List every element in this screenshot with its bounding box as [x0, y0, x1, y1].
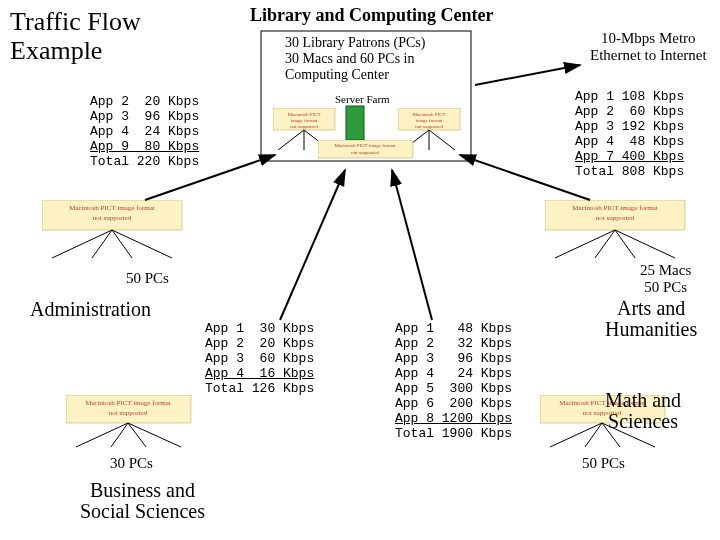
- svg-line-50: [392, 170, 432, 320]
- svg-line-48: [460, 155, 590, 200]
- arrows: [0, 0, 720, 540]
- svg-line-51: [475, 65, 580, 85]
- svg-line-49: [280, 170, 345, 320]
- svg-line-47: [145, 155, 275, 200]
